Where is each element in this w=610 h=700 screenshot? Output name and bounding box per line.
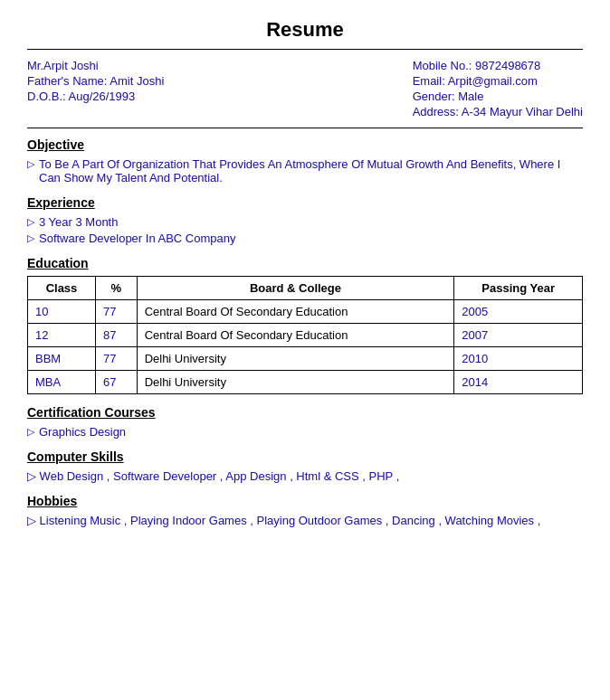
certification-text-0: Graphics Design: [39, 425, 126, 439]
experience-section: Experience ▷ 3 Year 3 Month ▷ Software D…: [27, 195, 583, 245]
contact-dob: D.O.B.: Aug/26/1993: [27, 90, 164, 103]
certification-item-0: ▷ Graphics Design: [27, 425, 583, 439]
contact-address: Address: A-34 Mayur Vihar Delhi: [413, 105, 583, 118]
certification-section: Certification Courses ▷ Graphics Design: [27, 405, 583, 439]
contact-name: Mr.Arpit Joshi: [27, 59, 164, 72]
experience-item-1: ▷ Software Developer In ABC Company: [27, 232, 583, 245]
objective-heading: Objective: [27, 137, 583, 152]
objective-text: ▷ To Be A Part Of Organization That Prov…: [27, 157, 583, 184]
table-row: BBM77Delhi University2010: [28, 347, 583, 371]
edu-board-3: Delhi University: [137, 371, 454, 394]
experience-item-0: ▷ 3 Year 3 Month: [27, 215, 583, 229]
edu-board-2: Delhi University: [137, 347, 454, 371]
edu-class-0: 10: [28, 300, 96, 324]
contact-mobile: Mobile No.: 9872498678: [413, 59, 583, 72]
contact-father: Father's Name: Amit Joshi: [27, 74, 164, 88]
hobbies-text: ▷ Listening Music , Playing Indoor Games…: [27, 514, 583, 527]
hobbies-content: ▷ Listening Music , Playing Indoor Games…: [27, 514, 540, 527]
education-table: Class % Board & College Passing Year 107…: [27, 276, 583, 394]
exp-bullet-0: ▷: [27, 216, 34, 228]
hobbies-heading: Hobbies: [27, 494, 583, 508]
table-row: 1077Central Board Of Secondary Education…: [28, 300, 583, 324]
objective-section: Objective ▷ To Be A Part Of Organization…: [27, 137, 583, 184]
edu-class-1: 12: [28, 324, 96, 347]
col-percent: %: [95, 277, 137, 300]
edu-year-1: 2007: [454, 324, 583, 347]
table-row: MBA67Delhi University2014: [28, 371, 583, 394]
edu-percent-3: 67: [95, 371, 137, 394]
certification-heading: Certification Courses: [27, 405, 583, 420]
footer-divider: [27, 128, 583, 128]
hobbies-section: Hobbies ▷ Listening Music , Playing Indo…: [27, 494, 583, 527]
edu-class-3: MBA: [28, 371, 96, 394]
edu-class-2: BBM: [28, 347, 96, 371]
header-divider: [27, 49, 583, 50]
contact-gender: Gender: Male: [413, 90, 583, 103]
edu-year-3: 2014: [454, 371, 583, 394]
edu-percent-0: 77: [95, 300, 137, 324]
page-title: Resume: [27, 18, 583, 42]
cert-bullet-0: ▷: [27, 426, 34, 438]
contact-section: Mr.Arpit Joshi Father's Name: Amit Joshi…: [27, 59, 583, 118]
computer-skills-section: Computer Skills ▷ Web Design , Software …: [27, 449, 583, 483]
computer-skills-heading: Computer Skills: [27, 449, 583, 464]
table-row: 1287Central Board Of Secondary Education…: [28, 324, 583, 347]
experience-text-1: Software Developer In ABC Company: [39, 232, 236, 245]
col-class: Class: [28, 277, 96, 300]
objective-content: To Be A Part Of Organization That Provid…: [39, 157, 583, 184]
edu-year-2: 2010: [454, 347, 583, 371]
edu-board-1: Central Board Of Secondary Education: [137, 324, 454, 347]
contact-email: Email: Arpit@gmail.com: [413, 74, 583, 88]
education-heading: Education: [27, 256, 583, 270]
col-year: Passing Year: [454, 277, 583, 300]
edu-percent-2: 77: [95, 347, 137, 371]
contact-left: Mr.Arpit Joshi Father's Name: Amit Joshi…: [27, 59, 164, 118]
computer-skills-content: ▷ Web Design , Software Developer , App …: [27, 469, 399, 483]
exp-bullet-1: ▷: [27, 232, 34, 244]
experience-text-0: 3 Year 3 Month: [39, 215, 118, 229]
edu-board-0: Central Board Of Secondary Education: [137, 300, 454, 324]
contact-right: Mobile No.: 9872498678 Email: Arpit@gmai…: [413, 59, 583, 118]
education-section: Education Class % Board & College Passin…: [27, 256, 583, 394]
computer-skills-text: ▷ Web Design , Software Developer , App …: [27, 469, 583, 483]
objective-bullet: ▷: [27, 158, 34, 170]
col-board: Board & College: [137, 277, 454, 300]
table-header-row: Class % Board & College Passing Year: [28, 277, 583, 300]
edu-percent-1: 87: [95, 324, 137, 347]
experience-heading: Experience: [27, 195, 583, 210]
edu-year-0: 2005: [454, 300, 583, 324]
